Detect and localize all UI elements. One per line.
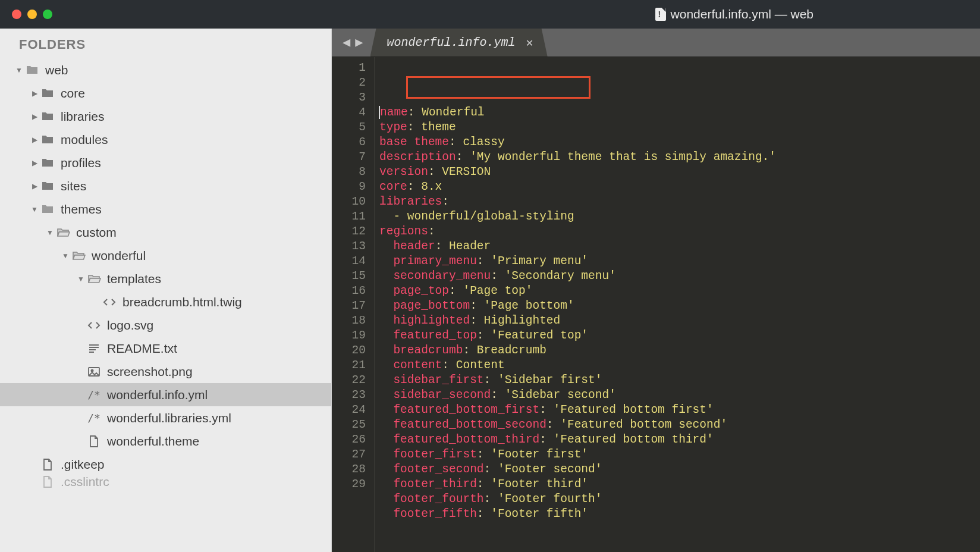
tree-row-sites[interactable]: ▶sites <box>0 174 331 197</box>
code-line-5[interactable]: version: VERSION <box>379 165 980 180</box>
line-number: 15 <box>332 269 366 284</box>
chevron-down-icon[interactable]: ▼ <box>75 275 87 283</box>
tab-close-icon[interactable]: ✕ <box>526 35 533 50</box>
line-number: 17 <box>332 299 366 313</box>
code-line-8[interactable]: - wonderful/global-styling <box>379 209 980 224</box>
tree-row-themes[interactable]: ▼themes <box>0 197 331 221</box>
code-line-25[interactable]: footer_second: 'Footer second' <box>379 462 980 477</box>
tree-row-custom[interactable]: ▼custom <box>0 221 331 244</box>
maximize-window-button[interactable] <box>43 10 52 19</box>
code-line-21[interactable]: featured_bottom_first: 'Featured bottom … <box>379 403 980 418</box>
line-number: 10 <box>332 195 366 209</box>
tree-row-screenshot-png[interactable]: screenshot.png <box>0 360 331 383</box>
line-number-gutter: 1234567891011121314151617181920212223242… <box>332 57 375 552</box>
code-line-20[interactable]: sidebar_second: 'Sidebar second' <box>379 388 980 403</box>
image-icon <box>87 365 101 379</box>
code-line-29[interactable] <box>379 522 980 537</box>
tree-label: profiles <box>61 156 101 170</box>
tree-row-web[interactable]: ▼web <box>0 58 331 81</box>
code-line-11[interactable]: primary_menu: 'Primary menu' <box>379 254 980 269</box>
close-window-button[interactable] <box>12 10 21 19</box>
line-number: 11 <box>332 209 366 224</box>
code-line-27[interactable]: footer_fourth: 'Footer fourth' <box>379 492 980 507</box>
code-line-17[interactable]: breadcrumb: Breadcrumb <box>379 343 980 358</box>
tree-label: logo.svg <box>107 318 153 333</box>
chevron-right-icon[interactable]: ▶ <box>29 182 40 190</box>
code-line-28[interactable]: footer_fifth: 'Footer fifth' <box>379 507 980 522</box>
line-number: 8 <box>332 165 366 180</box>
code-line-26[interactable]: footer_third: 'Footer third' <box>379 477 980 492</box>
code-line-3[interactable]: base theme: classy <box>379 135 980 150</box>
chevron-down-icon[interactable]: ▼ <box>44 228 56 237</box>
chevron-right-icon[interactable]: ▶ <box>29 89 40 98</box>
code-line-2[interactable]: type: theme <box>379 120 980 135</box>
tree-row-logo-svg[interactable]: logo.svg <box>0 313 331 337</box>
tree-label: core <box>61 86 85 101</box>
tree-row-wonderful-theme[interactable]: wonderful.theme <box>0 429 331 453</box>
file-icon <box>40 476 55 488</box>
code-area[interactable]: 1234567891011121314151617181920212223242… <box>332 57 980 552</box>
title-bar: ! wonderful.info.yml — web <box>0 0 980 29</box>
file-icon <box>40 457 55 472</box>
tab-active[interactable]: wonderful.info.yml ✕ <box>370 29 548 57</box>
code-line-16[interactable]: featured_top: 'Featured top' <box>379 328 980 343</box>
annotation-box <box>406 76 590 99</box>
chevron-right-icon[interactable]: ▶ <box>29 112 40 121</box>
code-line-6[interactable]: core: 8.x <box>379 180 980 195</box>
code-icon <box>102 295 117 309</box>
code-line-22[interactable]: featured_bottom_second: 'Featured bottom… <box>379 418 980 432</box>
code-line-1[interactable]: name: Wonderful <box>379 105 980 120</box>
tree-row-templates[interactable]: ▼templates <box>0 267 331 290</box>
code-line-15[interactable]: highlighted: Highlighted <box>379 313 980 328</box>
code-line-24[interactable]: footer_first: 'Footer first' <box>379 447 980 462</box>
line-number: 16 <box>332 284 366 299</box>
code-line-10[interactable]: header: Header <box>379 239 980 254</box>
folder-icon <box>25 63 39 77</box>
code-line-9[interactable]: regions: <box>379 224 980 239</box>
code-line-23[interactable]: featured_bottom_third: 'Featured bottom … <box>379 432 980 447</box>
tree-row-core[interactable]: ▶core <box>0 81 331 105</box>
tree-row-modules[interactable]: ▶modules <box>0 128 331 151</box>
line-number: 25 <box>332 418 366 432</box>
nav-forward-icon[interactable]: ▶ <box>355 34 363 51</box>
tree-row--gitkeep[interactable]: .gitkeep <box>0 453 331 476</box>
chevron-right-icon[interactable]: ▶ <box>29 159 40 167</box>
tree-row-breadcrumb-html-twig[interactable]: breadcrumb.html.twig <box>0 290 331 313</box>
line-number: 7 <box>332 150 366 165</box>
code-line-12[interactable]: secondary_menu: 'Secondary menu' <box>379 269 980 284</box>
line-number: 24 <box>332 403 366 418</box>
folderOpen-icon <box>56 225 70 240</box>
tree-row-wonderful[interactable]: ▼wonderful <box>0 244 331 267</box>
code-line-18[interactable]: content: Content <box>379 358 980 373</box>
tree-label: modules <box>61 133 108 147</box>
code-content[interactable]: name: Wonderfultype: themebase theme: cl… <box>375 57 980 552</box>
tree-row--csslintrc[interactable]: .csslintrc <box>0 476 331 488</box>
yaml-icon: /* <box>87 388 101 402</box>
tree-label: wonderful.theme <box>107 434 199 448</box>
tree-row-wonderful-info-yml[interactable]: /*wonderful.info.yml <box>0 383 331 406</box>
folder-icon <box>40 202 55 217</box>
chevron-right-icon[interactable]: ▶ <box>29 136 40 144</box>
folderDark-icon <box>40 109 55 124</box>
code-line-4[interactable]: description: 'My wonderful theme that is… <box>379 150 980 165</box>
workspace: FOLDERS ▼web▶core▶libraries▶modules▶prof… <box>0 29 980 552</box>
line-number: 9 <box>332 180 366 195</box>
tree-label: templates <box>107 272 161 286</box>
nav-back-icon[interactable]: ◀ <box>343 34 350 51</box>
chevron-down-icon[interactable]: ▼ <box>29 205 40 214</box>
code-line-7[interactable]: libraries: <box>379 195 980 209</box>
tree-row-libraries[interactable]: ▶libraries <box>0 105 331 128</box>
tree-label: custom <box>76 225 117 240</box>
code-line-13[interactable]: page_top: 'Page top' <box>379 284 980 299</box>
folder-tree: ▼web▶core▶libraries▶modules▶profiles▶sit… <box>0 58 331 488</box>
code-line-14[interactable]: page_bottom: 'Page bottom' <box>379 299 980 313</box>
chevron-down-icon[interactable]: ▼ <box>59 252 71 260</box>
sidebar: FOLDERS ▼web▶core▶libraries▶modules▶prof… <box>0 29 332 552</box>
tree-row-wonderful-libraries-yml[interactable]: /*wonderful.libraries.yml <box>0 406 331 429</box>
tree-row-readme-txt[interactable]: README.txt <box>0 337 331 360</box>
tree-row-profiles[interactable]: ▶profiles <box>0 151 331 174</box>
code-line-19[interactable]: sidebar_first: 'Sidebar first' <box>379 373 980 388</box>
tree-label: breadcrumb.html.twig <box>122 295 242 309</box>
minimize-window-button[interactable] <box>27 10 37 19</box>
chevron-down-icon[interactable]: ▼ <box>13 66 25 74</box>
